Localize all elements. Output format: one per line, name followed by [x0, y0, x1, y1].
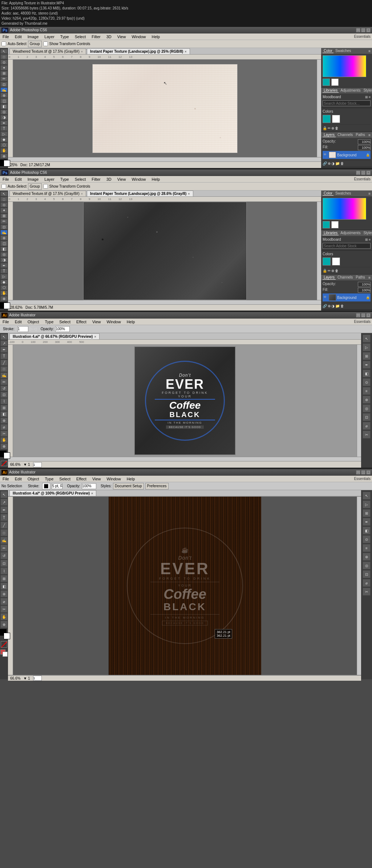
ps1-channels-tab[interactable]: Channels — [336, 133, 354, 137]
ps2-tab-paper-close[interactable]: × — [188, 192, 190, 196]
ps2-adjustments-tab[interactable]: Adjustments — [339, 231, 361, 235]
ai2-document-setup-btn[interactable]: Document Setup — [113, 483, 144, 489]
color-gradient-bar[interactable] — [323, 55, 366, 77]
ps1-color-white[interactable] — [332, 115, 340, 123]
ps1-opacity-input[interactable] — [358, 139, 371, 144]
ai1-panel-btn-4[interactable]: ✒ — [363, 361, 371, 369]
ai2-panel-btn-1[interactable]: ↖ — [363, 492, 371, 500]
ps2-tool-marquee[interactable]: □ — [0, 197, 8, 202]
ps2-minimize-button[interactable]: _ — [356, 171, 360, 175]
ai2-panel-btn-10[interactable]: ⊡ — [363, 570, 371, 578]
ps2-auto-select-checkbox[interactable] — [1, 184, 6, 189]
ps2-menu-file[interactable]: File — [1, 177, 10, 182]
ps1-color-tab[interactable]: Color — [323, 49, 333, 53]
ps2-tool-move[interactable]: ↖ — [0, 191, 8, 196]
ai2-close-button[interactable]: × — [366, 470, 371, 475]
ai2-tool-paintbrush[interactable]: ✍ — [0, 537, 8, 544]
ps1-layers-tool-4[interactable]: 📁 — [335, 161, 340, 165]
ai1-artboard-input[interactable] — [33, 462, 42, 467]
menu-image[interactable]: Image — [27, 34, 40, 39]
ps2-tool-gradient[interactable]: ◧ — [0, 247, 8, 252]
menu-3d[interactable]: 3D — [105, 34, 113, 39]
ai2-preferences-btn[interactable]: Preferences — [145, 483, 169, 489]
ai2-panel-btn-8[interactable]: ⊛ — [363, 553, 371, 561]
ps2-tool-pen[interactable]: ✒ — [0, 263, 8, 268]
ai1-tool-graph[interactable]: ⊞ — [0, 405, 8, 411]
ai1-tool-line[interactable]: ╱ — [0, 360, 8, 366]
ai1-panel-btn-7[interactable]: ≡ — [363, 387, 371, 395]
ps2-tool-dodge[interactable]: ◑ — [0, 257, 8, 263]
menu-help[interactable]: Help — [151, 34, 161, 39]
tool-text[interactable]: T — [0, 126, 8, 131]
ps2-tool-path-select[interactable]: ▷ — [0, 274, 8, 279]
ai1-tool-eyedropper[interactable]: ⊛ — [0, 417, 8, 424]
menu-view[interactable]: View — [116, 34, 127, 39]
ps2-layers-menu[interactable]: ≡ — [368, 276, 371, 280]
ps1-tool-icon-2[interactable]: ✏ — [328, 126, 331, 130]
ai1-tool-rotate[interactable]: ↺ — [0, 385, 8, 392]
ai2-tool-scissors[interactable]: ✂ — [0, 605, 8, 613]
ai1-tool-rect[interactable]: □ — [0, 366, 8, 372]
ps1-color-teal[interactable] — [323, 115, 331, 123]
ps2-swatches-tab[interactable]: Swatches — [334, 191, 352, 196]
ai2-tool-type[interactable]: T — [0, 514, 8, 521]
ps2-tool-patch[interactable]: ⊡ — [0, 224, 8, 229]
ai2-menu-window[interactable]: Window — [106, 476, 122, 481]
swatch-white[interactable] — [331, 79, 339, 86]
ai2-tool-zoom[interactable]: ⊕ — [0, 621, 8, 628]
ai1-panel-btn-11[interactable]: ⌀ — [363, 422, 371, 430]
ai2-maximize-button[interactable]: □ — [361, 470, 365, 475]
ai1-stroke-icon-2[interactable]: ◁ — [33, 327, 36, 331]
ai1-tool-type[interactable]: T — [0, 353, 8, 359]
ai1-panel-btn-8[interactable]: ⊛ — [363, 396, 371, 404]
tool-path-select[interactable]: ▷ — [0, 131, 8, 136]
ai2-tool-rotate[interactable]: ↺ — [0, 552, 8, 559]
ai1-panel-btn-12[interactable]: ✂ — [363, 431, 371, 439]
ai1-none-color[interactable] — [1, 461, 7, 466]
ps2-menu-window[interactable]: Window — [130, 177, 147, 182]
menu-window[interactable]: Window — [130, 34, 147, 39]
ai2-panel-btn-4[interactable]: ✒ — [363, 518, 371, 526]
ps2-maximize-button[interactable]: □ — [361, 171, 365, 175]
ps1-lib-icon-2[interactable]: ≡ — [369, 95, 371, 99]
ai2-menu-edit[interactable]: Edit — [14, 476, 23, 481]
ai2-panel-btn-12[interactable]: ✂ — [363, 588, 371, 596]
tool-dodge[interactable]: ◑ — [0, 115, 8, 120]
ps2-opacity-input[interactable] — [358, 282, 371, 287]
ai1-tool-scale[interactable]: ⊡ — [0, 392, 8, 398]
ps1-panel-menu-icon[interactable]: ≡ — [368, 49, 371, 53]
ps1-tab-weathered-close[interactable]: × — [81, 50, 83, 53]
ps2-tool-icon-3[interactable]: ⊕ — [331, 269, 334, 273]
tool-eyedropper[interactable]: ✏ — [0, 76, 8, 81]
tool-zoom[interactable]: ⊕ — [0, 153, 8, 159]
ai1-stroke-icon-1[interactable]: ▷ — [30, 327, 33, 331]
ps2-swatch-teal[interactable] — [323, 221, 330, 228]
ps2-tool-blur[interactable]: ◎ — [0, 252, 8, 257]
tool-lasso[interactable]: ⊙ — [0, 60, 8, 65]
ai2-background-color[interactable] — [4, 633, 10, 639]
ps1-layers-tool-2[interactable]: ⊕ — [328, 161, 331, 165]
ai2-tool-pencil[interactable]: ✏ — [0, 544, 8, 552]
ps2-lib-icon-2[interactable]: ≡ — [369, 238, 371, 241]
tool-shape[interactable]: ◆ — [0, 137, 8, 142]
ai1-panel-btn-5[interactable]: ◧ — [363, 369, 371, 377]
ps1-styles-tab[interactable]: Styles — [362, 88, 372, 93]
ai1-tool-warp[interactable]: ⌇ — [0, 398, 8, 404]
ps1-lib-icon-1[interactable]: ⊞ — [365, 95, 368, 99]
ps2-layer-background[interactable]: 👁 Background 🔒 — [323, 293, 371, 301]
ps2-background-color[interactable] — [4, 303, 10, 309]
ps2-menu-image[interactable]: Image — [27, 177, 40, 182]
auto-select-checkbox[interactable] — [1, 41, 6, 46]
ai2-panel-btn-3[interactable]: ⊞ — [363, 509, 371, 517]
ps2-layers-tool-5[interactable]: 🗑 — [340, 304, 344, 308]
menu-type[interactable]: Type — [59, 34, 70, 39]
ps1-tab-paper[interactable]: Instant Paper Texture (Landscape).jpg @ … — [87, 48, 190, 54]
ai1-menu-select[interactable]: Select — [58, 319, 72, 324]
ai1-tool-blend[interactable]: ⌀ — [0, 424, 8, 430]
ai1-maximize-button[interactable]: □ — [361, 313, 365, 317]
ai2-menu-file[interactable]: File — [1, 476, 10, 481]
ps2-layers-tool-1[interactable]: 🔗 — [323, 304, 327, 308]
ps1-scroll-v[interactable] — [317, 60, 321, 157]
ai2-tool-direct[interactable]: ↗ — [0, 499, 8, 506]
ai1-menu-view[interactable]: View — [91, 319, 102, 324]
